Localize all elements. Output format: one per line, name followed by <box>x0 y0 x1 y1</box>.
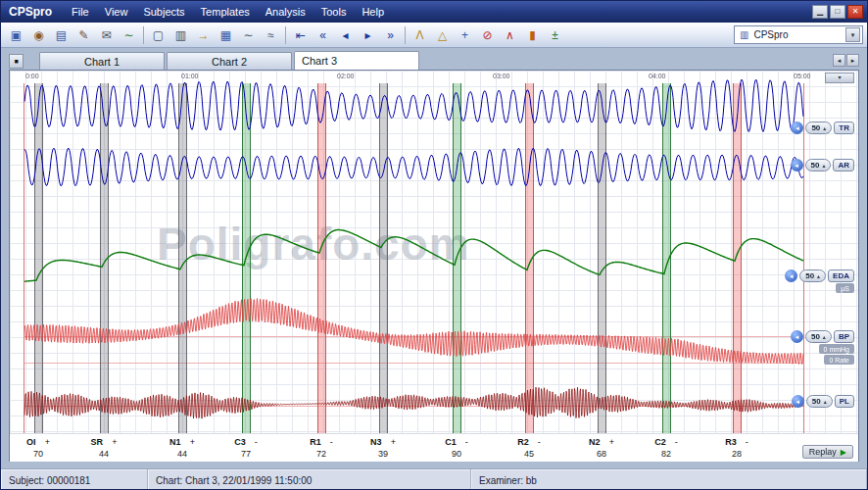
marker-band-C1[interactable] <box>453 83 461 433</box>
caliper-icon-glyph: Λ <box>415 28 423 42</box>
channel-gain-control[interactable]: 50▴ <box>805 330 832 343</box>
spinner-up-icon[interactable]: ▴ <box>817 272 820 279</box>
menu-item-file[interactable]: File <box>64 4 97 20</box>
blank-page-icon-glyph: ▢ <box>153 28 164 42</box>
channel-gain-control[interactable]: 50▴ <box>805 159 832 172</box>
subjects-icon[interactable]: ◉ <box>27 24 50 46</box>
tab-chart-2[interactable]: Chart 2 <box>167 52 292 70</box>
marker-score: 45 <box>504 449 555 459</box>
edit-icon-glyph: ✎ <box>78 28 88 42</box>
channel-control-eda: ◂50▴EDAµS <box>785 270 854 293</box>
menu-item-help[interactable]: Help <box>354 4 392 20</box>
marker-band-C2[interactable] <box>662 83 671 433</box>
marker-band-N1[interactable] <box>178 83 187 433</box>
spinner-up-icon[interactable]: ▴ <box>823 124 826 131</box>
menu-item-analysis[interactable]: Analysis <box>258 4 313 20</box>
marker-sign: - <box>330 437 333 447</box>
channel-collapse-icon[interactable]: ◂ <box>792 395 804 408</box>
caliper-icon[interactable]: Λ <box>409 24 431 46</box>
marker-band-R1[interactable] <box>317 83 326 433</box>
pan-tool-icon[interactable]: + <box>454 24 476 46</box>
channel-gain-value: 50 <box>805 271 814 280</box>
channel-collapse-icon[interactable]: ◂ <box>785 270 797 282</box>
fast-forward-icon[interactable]: » <box>379 24 402 46</box>
channel-gain-value: 50 <box>812 397 821 406</box>
tab-chart-1[interactable]: Chart 1 <box>39 52 165 70</box>
channel-collapse-icon[interactable]: ◂ <box>791 330 803 343</box>
channel-gain-control[interactable]: 50▴ <box>799 270 826 282</box>
menu-item-tools[interactable]: Tools <box>313 4 355 20</box>
marker-band-C3[interactable] <box>242 83 251 433</box>
channel-label-tr[interactable]: TR <box>834 122 854 134</box>
dual-wave-icon[interactable]: ≈ <box>260 24 282 46</box>
channel-collapse-icon[interactable]: ◂ <box>791 159 803 172</box>
export-icon[interactable]: → <box>192 24 215 46</box>
scroll-right-icon[interactable]: ▸ <box>846 54 859 67</box>
table-icon[interactable]: ▦ <box>215 24 237 46</box>
channel-label-eda[interactable]: EDA <box>828 270 854 282</box>
exclude-artifact-icon[interactable]: ⊘ <box>476 24 499 46</box>
threshold-tool-icon[interactable]: ▮ <box>521 24 544 46</box>
mail-icon[interactable]: ✉ <box>95 24 118 46</box>
marker-label: N2 <box>589 437 601 447</box>
spinner-up-icon[interactable]: ▴ <box>824 398 827 405</box>
marker-band-R2[interactable] <box>525 83 534 433</box>
chevron-down-icon[interactable]: ▾ <box>845 27 860 42</box>
go-first-icon[interactable]: ⇤ <box>289 24 312 46</box>
maximize-button[interactable]: □ <box>830 5 845 19</box>
play-icon[interactable]: ▸ <box>357 24 379 46</box>
profile-combo[interactable]: ▥ CPSpro ▾ <box>734 25 863 44</box>
watermark: Poligrafo.com <box>157 218 470 270</box>
channel-gain-control[interactable]: 50▴ <box>805 122 832 134</box>
rewind-icon[interactable]: « <box>312 24 334 46</box>
new-exam-icon[interactable]: ▣ <box>5 24 27 46</box>
marker-line: OI+ <box>13 437 64 447</box>
wave-icon[interactable]: ∼ <box>237 24 260 46</box>
toolbar-separator <box>143 26 144 44</box>
spinner-up-icon[interactable]: ▴ <box>822 162 825 169</box>
tab-row: ■ Chart 1Chart 2Chart 3 ◂ ▸ <box>9 51 859 70</box>
marker-label: SR <box>91 437 104 447</box>
spike-marker-icon[interactable]: ∧ <box>499 24 521 46</box>
channel-gain-control[interactable]: 50▴ <box>806 395 833 408</box>
channel-label-ar[interactable]: AR <box>833 159 854 172</box>
angle-tool-icon[interactable]: △ <box>431 24 454 46</box>
print-icon[interactable]: ▥ <box>169 24 192 46</box>
time-tick: 03:00 <box>493 73 510 79</box>
score-tool-icon[interactable]: ± <box>544 24 566 46</box>
edit-icon[interactable]: ✎ <box>72 24 95 46</box>
blank-page-icon[interactable]: ▢ <box>147 24 169 46</box>
chart-tool-button[interactable]: ■ <box>9 54 24 69</box>
minimize-button[interactable]: ▁ <box>812 5 828 19</box>
channel-main-row: ◂50▴PL <box>792 395 854 408</box>
marker-line: C2- <box>641 437 692 447</box>
go-first-icon-glyph: ⇤ <box>295 28 305 42</box>
close-button[interactable]: ✕ <box>847 5 863 19</box>
tab-chart-3[interactable]: Chart 3 <box>294 51 419 70</box>
scroll-left-icon[interactable]: ◂ <box>833 54 845 67</box>
status-subject: Subject: 00000181 <box>1 469 148 490</box>
replay-label: Replay <box>809 447 837 457</box>
monitor-icon[interactable]: ∼ <box>118 24 140 46</box>
marker-labels-R1: R1-72 <box>296 437 347 459</box>
marker-band-N2[interactable] <box>598 83 606 433</box>
replay-button[interactable]: Replay ▶ <box>802 445 853 459</box>
spinner-up-icon[interactable]: ▴ <box>823 333 826 340</box>
charts-icon[interactable]: ▤ <box>50 24 72 46</box>
channel-label-bp[interactable]: BP <box>834 330 854 343</box>
marker-band-N3[interactable] <box>379 83 388 433</box>
channel-collapse-icon[interactable]: ◂ <box>791 122 803 134</box>
channel-panel-collapse-button[interactable]: ▾ <box>825 73 854 83</box>
toolbar-separator <box>405 26 406 44</box>
marker-label: R1 <box>310 437 321 447</box>
menu-item-view[interactable]: View <box>97 4 136 20</box>
menu-item-templates[interactable]: Templates <box>193 4 258 20</box>
marker-band-SR[interactable] <box>100 83 109 433</box>
chart-tabs: Chart 1Chart 2Chart 3 <box>39 51 419 70</box>
menu-item-subjects[interactable]: Subjects <box>135 4 192 20</box>
time-tick: 0:00 <box>25 73 39 79</box>
time-tick: 04:00 <box>649 73 666 79</box>
marker-band-OI[interactable] <box>34 83 43 433</box>
step-back-icon[interactable]: ◂ <box>334 24 357 46</box>
channel-label-pl[interactable]: PL <box>835 395 854 408</box>
